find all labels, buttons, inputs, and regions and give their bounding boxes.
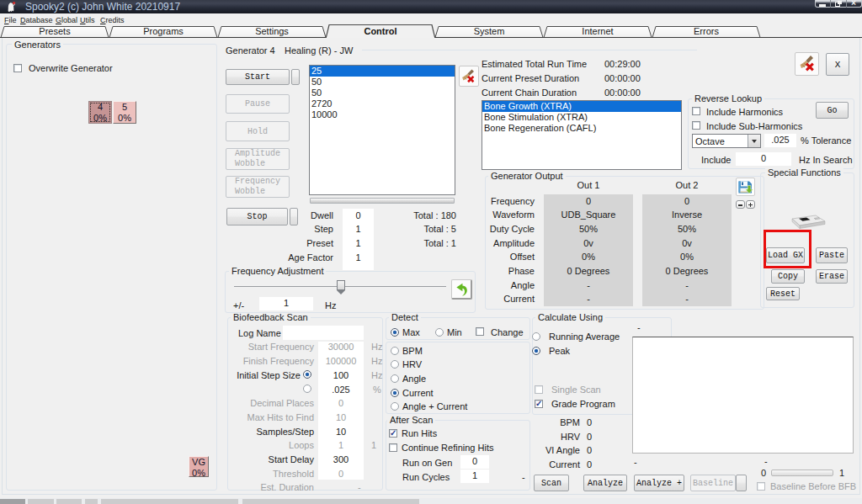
svg-text:Internet: Internet	[582, 26, 613, 36]
svg-text:Presets: Presets	[39, 26, 71, 36]
svg-text:Settings: Settings	[255, 26, 289, 36]
svg-text:System: System	[474, 26, 505, 36]
svg-text:Control: Control	[364, 26, 396, 36]
svg-text:Errors: Errors	[694, 26, 719, 36]
svg-text:Programs: Programs	[143, 26, 184, 36]
